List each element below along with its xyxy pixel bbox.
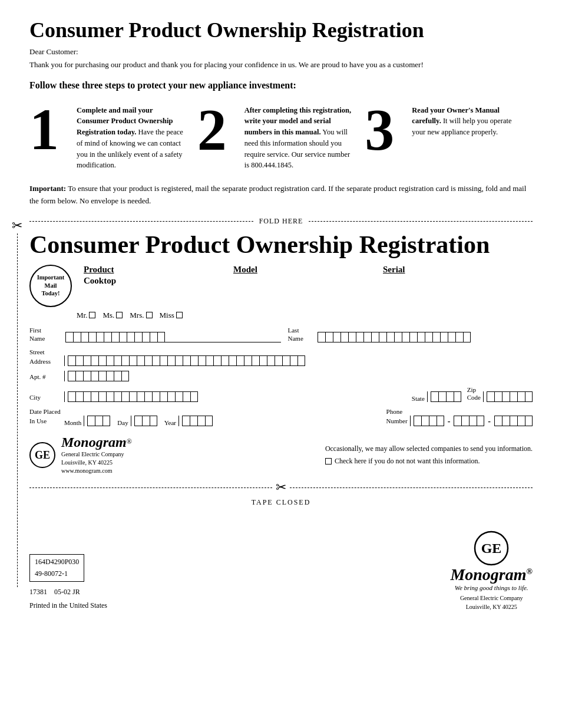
addr-box [290, 355, 297, 366]
opt-out-area: Occasionally, we may allow selected comp… [325, 443, 533, 467]
phone-box [525, 416, 533, 426]
opt-out-check-row[interactable]: Check here if you do not not want this i… [325, 456, 533, 467]
name-box [119, 332, 127, 342]
addr-box [206, 355, 213, 366]
city-box [129, 391, 137, 402]
field-border-left [64, 355, 65, 366]
bottom-dashed-right [290, 487, 533, 488]
city-box [75, 391, 83, 402]
city-box [167, 391, 175, 402]
addr-box [236, 355, 244, 366]
fold-dashed-left [29, 221, 253, 222]
product-col: Product Cooktop [84, 265, 233, 286]
part-number-box: 164D4290P030 49-80072-1 [29, 554, 84, 581]
name-box [348, 332, 356, 342]
footer-section: 164D4290P030 49-80072-1 17381 05-02 JR P… [29, 525, 533, 611]
miss-checkbox[interactable] [176, 312, 183, 318]
part-number-2: 49-80072-1 [35, 568, 79, 579]
city-box [83, 391, 91, 402]
monogram-label: Monogram [61, 434, 127, 450]
salutation-mr[interactable]: Mr. [77, 311, 95, 320]
state-box [431, 391, 438, 402]
apt-row: Apt. # [29, 371, 533, 381]
part-number-1: 164D4290P030 [35, 556, 79, 568]
logo-area: GE Monogram® General Electric Company Lo… [29, 434, 132, 475]
name-box [409, 332, 417, 342]
ge-company-right: General Electric Company [460, 594, 523, 602]
zip-box [525, 391, 533, 402]
product-col-serial: Serial [383, 265, 533, 286]
addr-box [213, 355, 221, 366]
addr-box [175, 355, 183, 366]
footer-left: 164D4290P030 49-80072-1 17381 05-02 JR P… [29, 554, 107, 611]
last-name-field[interactable] [318, 332, 533, 342]
city-box [121, 391, 129, 402]
name-box [65, 332, 73, 342]
month-box [103, 416, 110, 426]
phone-box [510, 416, 517, 426]
city-state-zip-row: City [29, 386, 533, 401]
name-box [463, 332, 471, 342]
city-box [106, 391, 114, 402]
mrs-checkbox[interactable] [146, 312, 153, 318]
salutation-row: Mr. Ms. Mrs. Miss [77, 311, 533, 320]
day-box [134, 416, 142, 426]
zip-box [487, 391, 494, 402]
scissors-bottom-icon: ✂ [276, 480, 286, 495]
month-border [84, 416, 85, 426]
addr-box [190, 355, 198, 366]
name-box [402, 332, 409, 342]
product-col-model: Model [233, 265, 383, 286]
registered-mark-big: ® [527, 567, 533, 576]
month-box [95, 416, 103, 426]
ms-checkbox[interactable] [116, 312, 123, 318]
salutation-mrs[interactable]: Mrs. [130, 311, 152, 320]
name-box [379, 332, 386, 342]
addr-box [152, 355, 160, 366]
name-box [394, 332, 402, 342]
mr-label: Mr. [77, 311, 87, 320]
mr-checkbox[interactable] [89, 312, 95, 318]
svg-text:GE: GE [481, 541, 502, 556]
svg-text:GE: GE [35, 449, 50, 461]
name-box [73, 332, 81, 342]
name-box [325, 332, 333, 342]
step-2-number: 2 [197, 100, 239, 159]
phone-box [517, 416, 525, 426]
state-box [454, 391, 461, 402]
first-name-field[interactable] [65, 332, 281, 342]
addr-box [252, 355, 259, 366]
salutation-ms[interactable]: Ms. [103, 311, 123, 320]
main-title: Consumer Product Ownership Registration [29, 18, 533, 42]
company-info-right: General Electric Company Louisville, KY … [460, 594, 523, 611]
opt-out-text: Occasionally, we may allow selected comp… [325, 443, 533, 454]
year-box [190, 416, 197, 426]
fold-dashed-right [309, 221, 533, 222]
steps-heading: Follow these three steps to protect your… [29, 80, 533, 91]
addr-box [221, 355, 229, 366]
opt-out-check-text: Check here if you do not not want this i… [335, 456, 480, 467]
ge-address-right: Louisville, KY 40225 [460, 602, 523, 611]
salutation-miss[interactable]: Miss [160, 311, 183, 320]
name-box [432, 332, 440, 342]
name-box [127, 332, 134, 342]
col-model-header: Model [233, 265, 383, 275]
opt-out-checkbox[interactable] [325, 458, 332, 465]
monogram-big-label: Monogram® [450, 566, 533, 584]
last-name-label: LastName [288, 326, 314, 343]
phone-box [454, 416, 461, 426]
miss-label: Miss [160, 311, 174, 320]
col-serial-value [383, 276, 533, 286]
name-box [333, 332, 340, 342]
name-box [134, 332, 142, 342]
date-label: Date PlacedIn Use [29, 408, 61, 425]
fold-here-row: FOLD HERE [29, 217, 533, 226]
ge-logo-big: GE [474, 531, 509, 566]
step-3-text: Read your Owner's Manual carefully. It w… [412, 100, 521, 138]
apt-box [106, 371, 114, 381]
col-model-value [233, 276, 383, 286]
phone-label: PhoneNumber [386, 408, 408, 425]
name-box [157, 332, 165, 342]
apt-box [121, 371, 129, 381]
street-address-label: StreetAddress [29, 348, 51, 365]
